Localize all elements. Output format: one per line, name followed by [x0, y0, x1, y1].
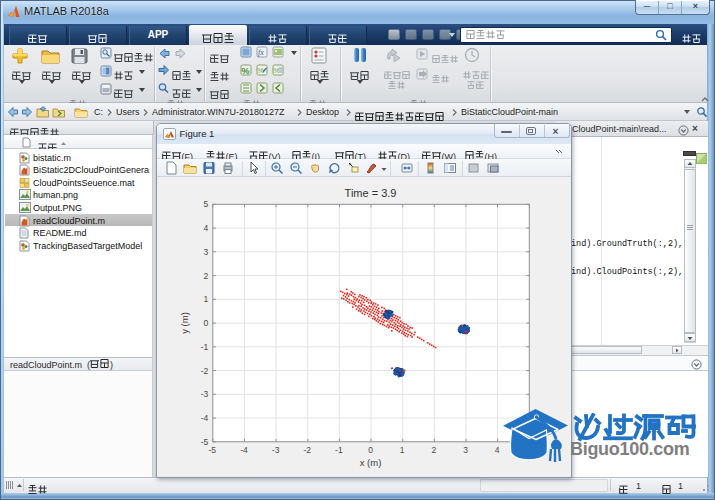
svg-text:%: % [242, 66, 250, 76]
svg-text:%: % [257, 66, 264, 75]
svg-text:fx: fx [258, 48, 264, 57]
